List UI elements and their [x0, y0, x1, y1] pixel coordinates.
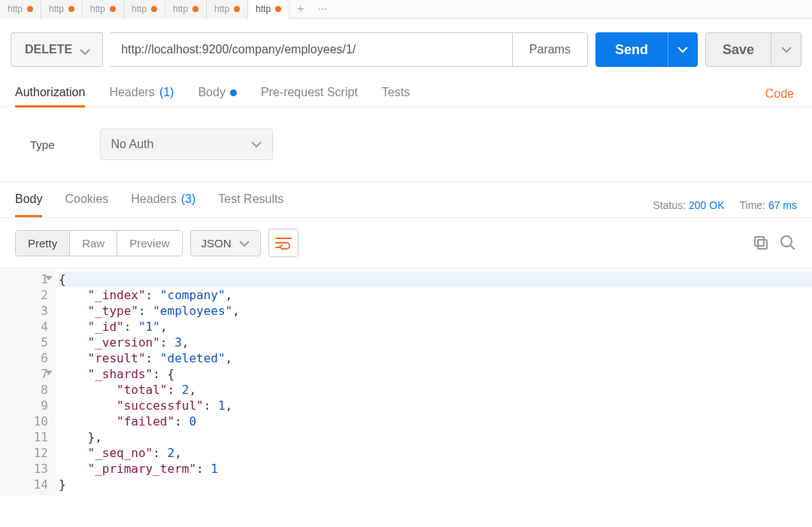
- svg-rect-1: [755, 237, 764, 246]
- format-select[interactable]: JSON: [190, 230, 261, 256]
- tab-item[interactable]: http: [165, 0, 207, 19]
- dot-icon: [230, 89, 237, 96]
- search-icon: [779, 234, 797, 252]
- auth-type-value: No Auth: [111, 138, 154, 151]
- status-label: Status:: [653, 199, 686, 211]
- tab-item[interactable]: http: [0, 0, 41, 19]
- response-tabs: Body Cookies Headers (3) Test Results: [15, 192, 283, 217]
- tab-item[interactable]: http: [83, 0, 124, 19]
- wrap-lines-button[interactable]: [268, 229, 298, 257]
- resp-tab-test-results-label: Test Results: [218, 192, 283, 206]
- wrap-icon: [275, 236, 292, 250]
- url-wrap: Params: [111, 32, 588, 67]
- send-button[interactable]: Send: [595, 32, 668, 67]
- http-method-select[interactable]: DELETE: [11, 32, 103, 67]
- request-bar: DELETE Params Send Save: [0, 19, 812, 80]
- tab-label: http: [214, 4, 229, 14]
- tab-headers[interactable]: Headers (1): [109, 80, 174, 108]
- params-button[interactable]: Params: [512, 32, 588, 67]
- auth-type-label: Type: [30, 138, 55, 151]
- tab-item[interactable]: http: [41, 0, 83, 19]
- resp-tab-body-label: Body: [15, 192, 42, 206]
- tab-label: http: [8, 4, 23, 14]
- resp-tab-cookies[interactable]: Cookies: [65, 192, 108, 217]
- viewer-controls: Pretty Raw Preview JSON: [0, 218, 812, 268]
- fold-icon[interactable]: [45, 276, 53, 280]
- response-meta: Status: 200 OK Time: 67 ms: [653, 199, 797, 211]
- add-tab-button[interactable]: +: [289, 2, 311, 16]
- time-value: 67 ms: [768, 199, 797, 211]
- auth-type-select[interactable]: No Auth: [100, 129, 273, 160]
- svg-point-2: [781, 236, 792, 247]
- tab-label: http: [90, 4, 105, 14]
- tab-label: http: [173, 4, 188, 14]
- tab-item[interactable]: http: [248, 0, 289, 19]
- view-preview-button[interactable]: Preview: [117, 231, 181, 256]
- resp-tab-test-results[interactable]: Test Results: [218, 192, 283, 217]
- tab-item[interactable]: http: [124, 0, 165, 19]
- chevron-down-icon: [239, 237, 250, 250]
- tab-headers-label: Headers: [109, 86, 154, 99]
- modified-dot-icon: [192, 6, 198, 12]
- tab-item[interactable]: http: [207, 0, 248, 19]
- tab-label: http: [49, 4, 64, 14]
- tab-label: http: [132, 4, 147, 14]
- modified-dot-icon: [275, 6, 281, 12]
- tab-authorization-label: Authorization: [15, 86, 85, 99]
- authorization-panel: Type No Auth: [0, 108, 812, 182]
- tab-tests[interactable]: Tests: [382, 80, 410, 108]
- tab-label: http: [256, 4, 271, 14]
- more-tabs-button[interactable]: ···: [311, 2, 333, 16]
- resp-tab-cookies-label: Cookies: [65, 192, 108, 206]
- resp-headers-count: (3): [181, 192, 196, 206]
- search-button[interactable]: [779, 234, 797, 252]
- resp-tab-headers[interactable]: Headers (3): [131, 192, 195, 217]
- code-content[interactable]: { "_index": "company", "_type": "employe…: [56, 268, 812, 495]
- modified-dot-icon: [27, 6, 33, 12]
- tab-pre-request-label: Pre-request Script: [261, 86, 358, 99]
- view-raw-button[interactable]: Raw: [69, 231, 117, 256]
- http-method-label: DELETE: [25, 43, 72, 56]
- chevron-down-icon: [251, 138, 262, 151]
- response-body: 1234567891011121314 { "_index": "company…: [0, 268, 812, 495]
- modified-dot-icon: [234, 6, 240, 12]
- send-dropdown[interactable]: [668, 32, 698, 67]
- view-mode-segment: Pretty Raw Preview: [15, 230, 183, 256]
- copy-icon: [752, 234, 770, 252]
- fold-icon[interactable]: [45, 371, 53, 375]
- headers-count: (1): [159, 86, 174, 99]
- save-button[interactable]: Save: [705, 32, 771, 67]
- line-gutter: 1234567891011121314: [0, 268, 56, 495]
- url-input[interactable]: [111, 32, 512, 67]
- tab-body-label: Body: [198, 86, 225, 99]
- svg-rect-0: [758, 240, 767, 249]
- modified-dot-icon: [110, 6, 116, 12]
- modified-dot-icon: [68, 6, 74, 12]
- code-link[interactable]: Code: [765, 87, 797, 101]
- copy-button[interactable]: [752, 234, 770, 252]
- tab-strip: httphttphttphttphttphttphttp+···: [0, 0, 812, 19]
- tab-body[interactable]: Body: [198, 80, 236, 108]
- modified-dot-icon: [151, 6, 157, 12]
- view-pretty-button[interactable]: Pretty: [16, 231, 69, 256]
- tab-tests-label: Tests: [382, 86, 410, 99]
- resp-tab-body[interactable]: Body: [15, 192, 42, 217]
- resp-tab-headers-label: Headers: [131, 192, 176, 206]
- save-dropdown[interactable]: [771, 32, 801, 67]
- status-value: 200 OK: [689, 199, 724, 211]
- tab-pre-request[interactable]: Pre-request Script: [261, 80, 358, 108]
- chevron-down-icon: [80, 45, 89, 54]
- format-value: JSON: [201, 237, 232, 250]
- tab-authorization[interactable]: Authorization: [15, 80, 85, 108]
- response-tabs-row: Body Cookies Headers (3) Test Results St…: [0, 182, 812, 218]
- time-label: Time:: [740, 199, 765, 211]
- request-tabs: Authorization Headers (1) Body Pre-reque…: [0, 80, 812, 108]
